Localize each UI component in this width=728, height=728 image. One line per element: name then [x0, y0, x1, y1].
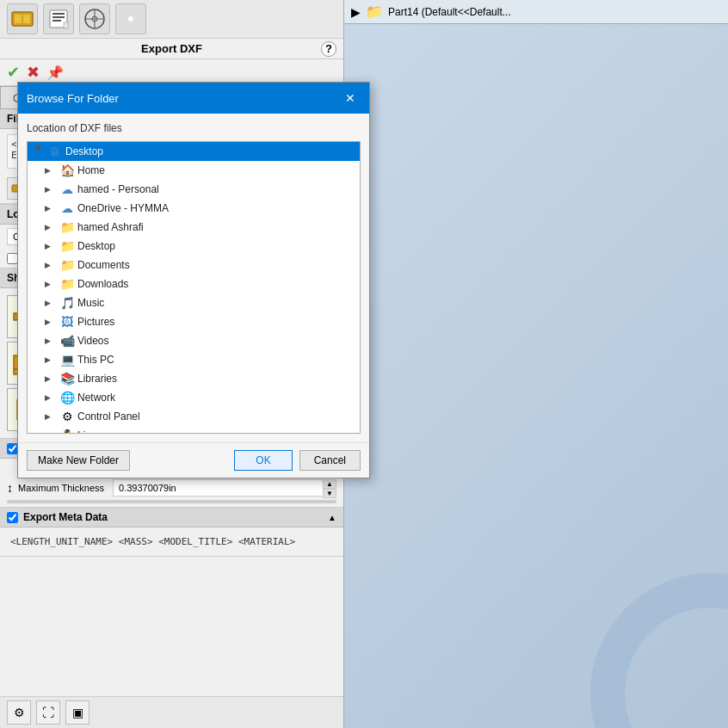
arrow-linux: ▶ [45, 431, 57, 434]
tree-item-onedrive[interactable]: ▶ ☁ OneDrive - HYMMA [28, 199, 360, 218]
icon-videos: 📹 [59, 333, 75, 349]
arrow-desktop: ▶ [45, 242, 57, 250]
arrow-home: ▶ [45, 166, 57, 175]
tree-item-documents[interactable]: ▶ 📁 Documents [28, 256, 360, 275]
tree-item-music[interactable]: ▶ 🎵 Music [28, 293, 360, 312]
dialog-label: Location of DXF files [27, 122, 361, 134]
dialog-close-button[interactable]: ✕ [340, 88, 361, 108]
icon-controlpanel: ⚙ [59, 409, 75, 424]
arrow-hamed-ashrafi: ▶ [45, 223, 57, 231]
arrow-onedrive: ▶ [45, 204, 57, 213]
arrow-controlpanel: ▶ [45, 412, 57, 421]
icon-music: 🎵 [59, 295, 75, 311]
tree-item-linux[interactable]: ▶ 🐧 Linux [28, 426, 360, 434]
label-thispc: This PC [77, 354, 114, 366]
arrow-hamed-personal: ▶ [45, 185, 57, 194]
label-desktop-top: Desktop [65, 145, 103, 157]
tree-item-videos[interactable]: ▶ 📹 Videos [28, 331, 360, 350]
dialog-body: Location of DXF files ▶ 🖥 Desktop ▶ 🏠 Ho… [18, 114, 369, 442]
arrow-downloads: ▶ [45, 280, 57, 288]
arrow-pictures: ▶ [45, 318, 57, 326]
arrow-documents: ▶ [45, 261, 57, 269]
label-network: Network [77, 392, 115, 404]
browse-folder-dialog: Browse For Folder ✕ Location of DXF file… [17, 82, 370, 478]
icon-libraries: 📚 [59, 371, 75, 386]
label-music: Music [77, 297, 104, 309]
label-desktop: Desktop [77, 240, 115, 252]
tree-item-desktop-top[interactable]: ▶ 🖥 Desktop [28, 142, 360, 161]
arrow-thispc: ▶ [45, 355, 57, 364]
icon-downloads: 📁 [59, 276, 75, 292]
label-libraries: Libraries [77, 373, 117, 385]
label-hamed-personal: hamed - Personal [77, 183, 159, 195]
tree-item-desktop[interactable]: ▶ 📁 Desktop [28, 237, 360, 256]
tree-item-home[interactable]: ▶ 🏠 Home [28, 161, 360, 180]
make-new-folder-button[interactable]: Make New Folder [27, 450, 130, 471]
tree-item-controlpanel[interactable]: ▶ ⚙ Control Panel [28, 407, 360, 426]
label-linux: Linux [77, 429, 102, 434]
icon-pictures: 🖼 [59, 314, 75, 330]
arrow-videos: ▶ [45, 336, 57, 345]
arrow-network: ▶ [45, 393, 57, 402]
icon-desktop-top: 🖥 [47, 144, 63, 159]
ok-button[interactable]: OK [234, 450, 292, 471]
label-pictures: Pictures [77, 316, 114, 328]
tree-item-network[interactable]: ▶ 🌐 Network [28, 388, 360, 407]
label-hamed-ashrafi: hamed Ashrafi [77, 221, 144, 233]
icon-home: 🏠 [59, 163, 75, 178]
tree-item-libraries[interactable]: ▶ 📚 Libraries [28, 369, 360, 388]
arrow-desktop-top: ▶ [34, 145, 43, 157]
dialog-footer: Make New Folder OK Cancel [18, 442, 369, 478]
icon-linux: 🐧 [59, 428, 75, 434]
icon-onedrive: ☁ [59, 201, 75, 216]
tree-item-hamed-personal[interactable]: ▶ ☁ hamed - Personal [28, 180, 360, 199]
tree-item-pictures[interactable]: ▶ 🖼 Pictures [28, 312, 360, 331]
icon-documents: 📁 [59, 257, 75, 273]
icon-hamed-ashrafi: 📁 [59, 219, 75, 235]
label-videos: Videos [77, 335, 108, 347]
dialog-overlay: Browse For Folder ✕ Location of DXF file… [0, 0, 728, 728]
label-onedrive: OneDrive - HYMMA [77, 202, 169, 214]
tree-item-thispc[interactable]: ▶ 💻 This PC [28, 350, 360, 369]
icon-desktop: 📁 [59, 238, 75, 254]
arrow-music: ▶ [45, 299, 57, 307]
icon-hamed-personal: ☁ [59, 182, 75, 197]
tree-item-downloads[interactable]: ▶ 📁 Downloads [28, 275, 360, 293]
icon-thispc: 💻 [59, 352, 75, 367]
label-documents: Documents [77, 259, 130, 271]
tree-item-hamed-ashrafi[interactable]: ▶ 📁 hamed Ashrafi [28, 218, 360, 237]
folder-tree[interactable]: ▶ 🖥 Desktop ▶ 🏠 Home ▶ ☁ hamed - Persona… [27, 141, 361, 434]
arrow-libraries: ▶ [45, 374, 57, 383]
label-controlpanel: Control Panel [77, 410, 140, 423]
icon-network: 🌐 [59, 390, 75, 405]
dialog-btn-group: OK Cancel [234, 450, 361, 471]
label-home: Home [77, 164, 105, 176]
cancel-button[interactable]: Cancel [299, 450, 361, 471]
dialog-title: Browse For Folder [27, 92, 119, 105]
label-downloads: Downloads [77, 278, 128, 290]
dialog-titlebar: Browse For Folder ✕ [18, 83, 369, 114]
